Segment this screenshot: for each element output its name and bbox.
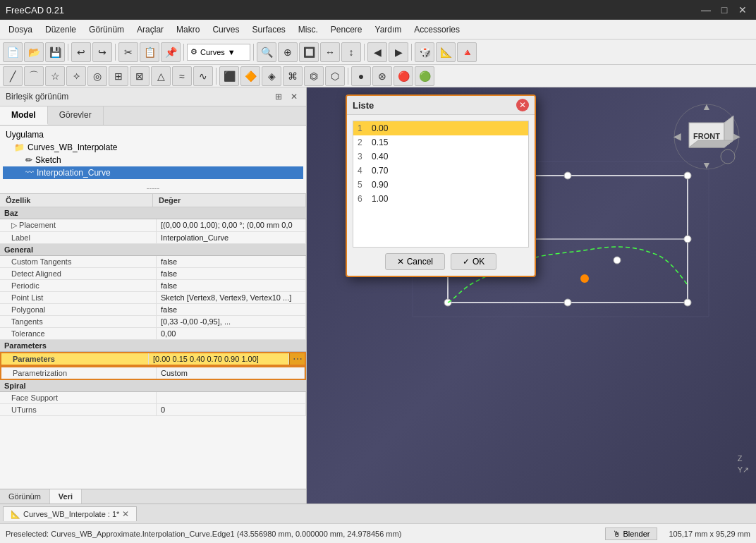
menu-pencere[interactable]: Pencere bbox=[325, 23, 368, 37]
tb2-13[interactable]: ◈ bbox=[262, 66, 281, 86]
menu-dosya[interactable]: Dosya bbox=[3, 23, 38, 37]
tb-view5[interactable]: ↕ bbox=[341, 42, 361, 62]
props-value-point-list[interactable]: Sketch [Vertex8, Vertex9, Vertex10 ...] bbox=[157, 292, 306, 303]
tb2-4[interactable]: ⟡ bbox=[66, 66, 86, 86]
tb2-17[interactable]: ● bbox=[351, 66, 371, 86]
props-value-detect-aligned[interactable]: false bbox=[157, 268, 306, 279]
tb-view3[interactable]: 🔲 bbox=[299, 42, 319, 62]
props-value-tolerance[interactable]: 0,00 bbox=[157, 328, 306, 339]
tb2-5[interactable]: ◎ bbox=[87, 66, 107, 86]
dialog-item-4-val: 0.70 bbox=[372, 166, 388, 176]
blender-btn[interactable]: 🖱 Blender bbox=[605, 527, 657, 540]
tb-copy[interactable]: 📋 bbox=[140, 42, 159, 62]
menu-gorunum[interactable]: Görünüm bbox=[83, 23, 130, 37]
props-value-tangents[interactable]: [0,33 -0,00 -0,95], ... bbox=[157, 316, 306, 327]
props-label-label: Label bbox=[0, 232, 157, 243]
tb2-19[interactable]: 🔴 bbox=[394, 66, 413, 86]
tb-view2[interactable]: ⊕ bbox=[278, 42, 298, 62]
dialog-list[interactable]: 1 0.00 2 0.15 3 0.40 4 0.70 bbox=[353, 121, 529, 248]
tb-3d1[interactable]: 🎲 bbox=[415, 42, 434, 62]
props-value-parameters[interactable]: [0.00 0.15 0.40 0.70 0.90 1.00] bbox=[149, 353, 289, 365]
dialog-ok-btn[interactable]: ✓ OK bbox=[451, 253, 496, 270]
panel-close-btn[interactable]: ✕ bbox=[288, 90, 300, 103]
tb-3d2[interactable]: 📐 bbox=[436, 42, 456, 62]
menu-curves[interactable]: Curves bbox=[207, 23, 245, 37]
tb-paste[interactable]: 📌 bbox=[161, 42, 181, 62]
tb-cut[interactable]: ✂ bbox=[118, 42, 138, 62]
tb2-8[interactable]: △ bbox=[151, 66, 171, 86]
menu-surfaces[interactable]: Surfaces bbox=[246, 23, 291, 37]
props-value-placement[interactable]: [(0,00 0,00 1,00); 0,00 °; (0,00 mm 0,0 bbox=[157, 219, 306, 231]
tb2-18[interactable]: ⊛ bbox=[372, 66, 392, 86]
tb-new[interactable]: 📄 bbox=[3, 42, 23, 62]
tb-undo[interactable]: ↩ bbox=[71, 42, 91, 62]
tb2-10[interactable]: ∿ bbox=[193, 66, 213, 86]
props-row-tangents: Tangents [0,33 -0,00 -0,95], ... bbox=[0, 316, 306, 328]
tb2-6[interactable]: ⊞ bbox=[109, 66, 128, 86]
menu-duzenle[interactable]: Düzenle bbox=[39, 23, 82, 37]
tree-root[interactable]: 📁 Curves_WB_Interpolate bbox=[3, 141, 303, 154]
dialog-item-1[interactable]: 1 0.00 bbox=[353, 121, 528, 135]
tb2-20[interactable]: 🟢 bbox=[415, 66, 434, 86]
dialog-item-5[interactable]: 5 0.90 bbox=[353, 178, 528, 192]
maximize-button[interactable]: □ bbox=[717, 2, 732, 18]
tb-redo[interactable]: ↪ bbox=[92, 42, 112, 62]
dialog-item-4[interactable]: 4 0.70 bbox=[353, 164, 528, 178]
view-tab-veri[interactable]: Veri bbox=[50, 489, 82, 504]
menu-yardim[interactable]: Yardım bbox=[370, 23, 408, 37]
menu-misc[interactable]: Misc. bbox=[293, 23, 324, 37]
close-button[interactable]: ✕ bbox=[735, 2, 750, 18]
tb2-11[interactable]: ⬛ bbox=[219, 66, 239, 86]
tab-curves-wb[interactable]: 📐 Curves_WB_Interpolate : 1* ✕ bbox=[3, 506, 137, 521]
dialog-close-btn[interactable]: ✕ bbox=[516, 99, 529, 111]
tb-sep2 bbox=[115, 44, 116, 61]
tb-view1[interactable]: 🔍 bbox=[257, 42, 276, 62]
tb2-12[interactable]: 🔶 bbox=[240, 66, 260, 86]
section-baz: Baz bbox=[0, 207, 306, 219]
tb-nav2[interactable]: ▶ bbox=[389, 42, 408, 62]
props-value-face-support[interactable] bbox=[157, 392, 306, 403]
tb2-14[interactable]: ⌘ bbox=[283, 66, 303, 86]
tab-gorevler[interactable]: Görevler bbox=[48, 106, 104, 125]
tree-sketch[interactable]: ✏ Sketch bbox=[3, 154, 303, 166]
props-scroll[interactable]: Baz ▷ Placement [(0,00 0,00 1,00); 0,00 … bbox=[0, 207, 306, 489]
tb-save[interactable]: 💾 bbox=[45, 42, 65, 62]
dialog-item-6[interactable]: 6 1.00 bbox=[353, 192, 528, 206]
tb-open[interactable]: 📂 bbox=[24, 42, 44, 62]
view-tab-gorunum[interactable]: Görünüm bbox=[0, 489, 50, 504]
dialog-item-2[interactable]: 2 0.15 bbox=[353, 135, 528, 150]
tb-view4[interactable]: ↔ bbox=[320, 42, 340, 62]
tb-nav1[interactable]: ◀ bbox=[367, 42, 387, 62]
viewport[interactable]: ▲ ▼ ◀ ▶ FRONT Z Y↗ Liste ✕ bbox=[307, 87, 756, 504]
minimize-button[interactable]: — bbox=[698, 2, 714, 18]
menu-accessories[interactable]: Accessories bbox=[408, 23, 465, 37]
workbench-dropdown[interactable]: ⚙ Curves ▼ bbox=[187, 44, 250, 61]
menu-araclar[interactable]: Araçlar bbox=[131, 23, 169, 37]
props-value-label[interactable]: Interpolation_Curve bbox=[157, 232, 306, 243]
tb2-2[interactable]: ⌒ bbox=[24, 66, 44, 86]
tb2-1[interactable]: ╱ bbox=[3, 66, 23, 86]
props-value-polygonal[interactable]: false bbox=[157, 304, 306, 315]
panel-expand-btn[interactable]: ⊞ bbox=[272, 90, 285, 103]
props-value-parametrization[interactable]: Custom bbox=[157, 367, 305, 379]
titlebar: FreeCAD 0.21 — □ ✕ bbox=[0, 0, 756, 20]
dialog-item-5-num: 5 bbox=[358, 180, 366, 190]
props-value-uturns[interactable]: 0 bbox=[157, 404, 306, 415]
dialog-item-3[interactable]: 3 0.40 bbox=[353, 150, 528, 164]
nav-cube[interactable]: ▲ ▼ ◀ ▶ FRONT bbox=[671, 102, 742, 172]
tb2-15[interactable]: ⏣ bbox=[304, 66, 324, 86]
tab-model[interactable]: Model bbox=[0, 106, 48, 125]
dialog-cancel-btn[interactable]: ✕ Cancel bbox=[385, 253, 445, 270]
tab-close-icon[interactable]: ✕ bbox=[122, 509, 129, 519]
menu-makro[interactable]: Makro bbox=[171, 23, 205, 37]
props-btn-parameters[interactable]: ⋯ bbox=[289, 353, 305, 365]
props-value-custom-tangents[interactable]: false bbox=[157, 256, 306, 267]
props-value-periodic[interactable]: false bbox=[157, 280, 306, 291]
tb-3d3[interactable]: 🔺 bbox=[457, 42, 477, 62]
tb2-16[interactable]: ⬡ bbox=[325, 66, 345, 86]
tb2-3[interactable]: ☆ bbox=[45, 66, 65, 86]
tree-curve[interactable]: 〰 Interpolation_Curve bbox=[3, 166, 303, 179]
tb2-7[interactable]: ⊠ bbox=[130, 66, 150, 86]
props-row-parameters: Parameters [0.00 0.15 0.40 0.70 0.90 1.0… bbox=[0, 352, 306, 366]
tb2-9[interactable]: ≈ bbox=[172, 66, 192, 86]
